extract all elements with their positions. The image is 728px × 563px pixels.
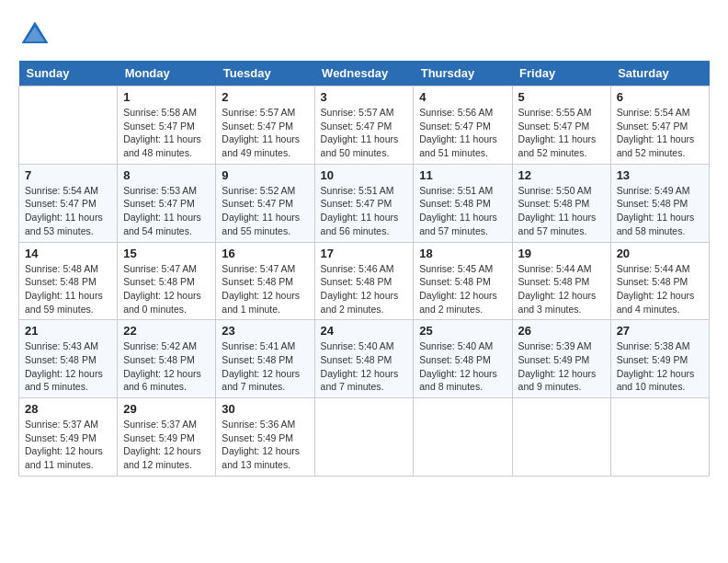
calendar-day: 29Sunrise: 5:37 AM Sunset: 5:49 PM Dayli…	[118, 398, 216, 477]
calendar-day: 10Sunrise: 5:51 AM Sunset: 5:47 PM Dayli…	[314, 164, 414, 242]
day-number: 18	[419, 247, 506, 260]
calendar-day: 9Sunrise: 5:52 AM Sunset: 5:47 PM Daylig…	[216, 164, 314, 242]
calendar-day: 25Sunrise: 5:40 AM Sunset: 5:48 PM Dayli…	[414, 320, 512, 398]
calendar-day: 16Sunrise: 5:47 AM Sunset: 5:48 PM Dayli…	[216, 242, 314, 320]
logo-icon	[18, 18, 51, 52]
logo	[18, 18, 57, 52]
day-number: 6	[617, 90, 703, 104]
day-number: 11	[419, 168, 506, 182]
calendar-day: 28Sunrise: 5:37 AM Sunset: 5:49 PM Dayli…	[19, 398, 118, 477]
column-header-tuesday: Tuesday	[216, 61, 314, 86]
calendar-week-5: 28Sunrise: 5:37 AM Sunset: 5:49 PM Dayli…	[19, 398, 710, 477]
day-info: Sunrise: 5:47 AM Sunset: 5:48 PM Dayligh…	[123, 262, 210, 316]
calendar-day: 27Sunrise: 5:38 AM Sunset: 5:49 PM Dayli…	[610, 320, 709, 398]
column-header-friday: Friday	[512, 61, 610, 86]
column-header-wednesday: Wednesday	[314, 61, 414, 86]
calendar-header-row: SundayMondayTuesdayWednesdayThursdayFrid…	[19, 61, 710, 86]
calendar-day: 20Sunrise: 5:44 AM Sunset: 5:48 PM Dayli…	[610, 242, 709, 320]
day-info: Sunrise: 5:56 AM Sunset: 5:47 PM Dayligh…	[419, 106, 506, 160]
day-info: Sunrise: 5:36 AM Sunset: 5:49 PM Dayligh…	[222, 418, 308, 472]
day-number: 8	[123, 168, 210, 182]
day-info: Sunrise: 5:46 AM Sunset: 5:48 PM Dayligh…	[321, 262, 408, 316]
calendar-day	[314, 398, 414, 477]
day-number: 27	[617, 324, 703, 338]
day-number: 5	[518, 90, 605, 104]
day-info: Sunrise: 5:50 AM Sunset: 5:48 PM Dayligh…	[518, 184, 605, 238]
calendar-day	[414, 398, 512, 477]
day-info: Sunrise: 5:55 AM Sunset: 5:47 PM Dayligh…	[518, 106, 605, 160]
calendar-day: 13Sunrise: 5:49 AM Sunset: 5:48 PM Dayli…	[610, 164, 709, 242]
day-info: Sunrise: 5:58 AM Sunset: 5:47 PM Dayligh…	[123, 106, 210, 160]
day-info: Sunrise: 5:43 AM Sunset: 5:48 PM Dayligh…	[25, 339, 111, 394]
day-number: 29	[123, 402, 210, 416]
day-number: 14	[25, 247, 111, 260]
calendar-day: 7Sunrise: 5:54 AM Sunset: 5:47 PM Daylig…	[19, 164, 118, 242]
calendar-day: 24Sunrise: 5:40 AM Sunset: 5:48 PM Dayli…	[314, 320, 414, 398]
calendar-day: 12Sunrise: 5:50 AM Sunset: 5:48 PM Dayli…	[512, 164, 610, 242]
day-info: Sunrise: 5:57 AM Sunset: 5:47 PM Dayligh…	[321, 106, 408, 160]
day-info: Sunrise: 5:40 AM Sunset: 5:48 PM Dayligh…	[419, 339, 506, 394]
day-number: 20	[617, 247, 703, 260]
calendar-week-4: 21Sunrise: 5:43 AM Sunset: 5:48 PM Dayli…	[19, 320, 710, 398]
calendar-day: 17Sunrise: 5:46 AM Sunset: 5:48 PM Dayli…	[314, 242, 414, 320]
day-info: Sunrise: 5:40 AM Sunset: 5:48 PM Dayligh…	[321, 339, 408, 394]
column-header-sunday: Sunday	[19, 61, 118, 86]
calendar-day: 14Sunrise: 5:48 AM Sunset: 5:48 PM Dayli…	[19, 242, 118, 320]
day-info: Sunrise: 5:57 AM Sunset: 5:47 PM Dayligh…	[222, 106, 308, 160]
day-number: 21	[25, 324, 111, 338]
day-info: Sunrise: 5:39 AM Sunset: 5:49 PM Dayligh…	[518, 339, 605, 394]
calendar-day: 6Sunrise: 5:54 AM Sunset: 5:47 PM Daylig…	[610, 86, 709, 165]
calendar-day: 4Sunrise: 5:56 AM Sunset: 5:47 PM Daylig…	[414, 86, 512, 165]
calendar-day: 2Sunrise: 5:57 AM Sunset: 5:47 PM Daylig…	[216, 86, 314, 165]
day-number: 15	[123, 247, 210, 260]
calendar-day: 19Sunrise: 5:44 AM Sunset: 5:48 PM Dayli…	[512, 242, 610, 320]
day-number: 7	[25, 168, 111, 182]
day-info: Sunrise: 5:44 AM Sunset: 5:48 PM Dayligh…	[617, 262, 703, 316]
calendar-day	[512, 398, 610, 477]
day-info: Sunrise: 5:52 AM Sunset: 5:47 PM Dayligh…	[222, 184, 308, 238]
calendar-day: 26Sunrise: 5:39 AM Sunset: 5:49 PM Dayli…	[512, 320, 610, 398]
day-info: Sunrise: 5:54 AM Sunset: 5:47 PM Dayligh…	[617, 106, 703, 160]
calendar-day: 18Sunrise: 5:45 AM Sunset: 5:48 PM Dayli…	[414, 242, 512, 320]
day-info: Sunrise: 5:48 AM Sunset: 5:48 PM Dayligh…	[25, 262, 111, 316]
day-number: 3	[321, 90, 408, 104]
calendar-day	[610, 398, 709, 477]
calendar-day: 30Sunrise: 5:36 AM Sunset: 5:49 PM Dayli…	[216, 398, 314, 477]
day-number: 13	[617, 168, 703, 182]
calendar-week-1: 1Sunrise: 5:58 AM Sunset: 5:47 PM Daylig…	[19, 86, 710, 165]
calendar-day: 22Sunrise: 5:42 AM Sunset: 5:48 PM Dayli…	[118, 320, 216, 398]
day-number: 19	[518, 247, 605, 260]
day-info: Sunrise: 5:41 AM Sunset: 5:48 PM Dayligh…	[222, 339, 308, 394]
day-number: 10	[321, 168, 408, 182]
calendar-table: SundayMondayTuesdayWednesdayThursdayFrid…	[18, 61, 710, 477]
day-number: 22	[123, 324, 210, 338]
day-info: Sunrise: 5:47 AM Sunset: 5:48 PM Dayligh…	[222, 262, 308, 316]
calendar-day: 5Sunrise: 5:55 AM Sunset: 5:47 PM Daylig…	[512, 86, 610, 165]
page-header	[18, 18, 710, 52]
column-header-thursday: Thursday	[414, 61, 512, 86]
day-number: 2	[222, 90, 308, 104]
day-info: Sunrise: 5:53 AM Sunset: 5:47 PM Dayligh…	[123, 184, 210, 238]
day-info: Sunrise: 5:42 AM Sunset: 5:48 PM Dayligh…	[123, 339, 210, 394]
day-number: 28	[25, 402, 111, 416]
day-number: 4	[419, 90, 506, 104]
calendar-day: 11Sunrise: 5:51 AM Sunset: 5:48 PM Dayli…	[414, 164, 512, 242]
day-number: 17	[321, 247, 408, 260]
day-info: Sunrise: 5:51 AM Sunset: 5:47 PM Dayligh…	[321, 184, 408, 238]
day-info: Sunrise: 5:37 AM Sunset: 5:49 PM Dayligh…	[123, 418, 210, 472]
day-info: Sunrise: 5:45 AM Sunset: 5:48 PM Dayligh…	[419, 262, 506, 316]
day-number: 16	[222, 247, 308, 260]
calendar-day: 23Sunrise: 5:41 AM Sunset: 5:48 PM Dayli…	[216, 320, 314, 398]
day-number: 26	[518, 324, 605, 338]
calendar-week-2: 7Sunrise: 5:54 AM Sunset: 5:47 PM Daylig…	[19, 164, 710, 242]
calendar-day: 8Sunrise: 5:53 AM Sunset: 5:47 PM Daylig…	[118, 164, 216, 242]
column-header-saturday: Saturday	[610, 61, 709, 86]
day-number: 24	[321, 324, 408, 338]
day-info: Sunrise: 5:51 AM Sunset: 5:48 PM Dayligh…	[419, 184, 506, 238]
day-info: Sunrise: 5:38 AM Sunset: 5:49 PM Dayligh…	[617, 339, 703, 394]
calendar-day: 15Sunrise: 5:47 AM Sunset: 5:48 PM Dayli…	[118, 242, 216, 320]
calendar-week-3: 14Sunrise: 5:48 AM Sunset: 5:48 PM Dayli…	[19, 242, 710, 320]
day-info: Sunrise: 5:49 AM Sunset: 5:48 PM Dayligh…	[617, 184, 703, 238]
day-number: 30	[222, 402, 308, 416]
day-info: Sunrise: 5:44 AM Sunset: 5:48 PM Dayligh…	[518, 262, 605, 316]
